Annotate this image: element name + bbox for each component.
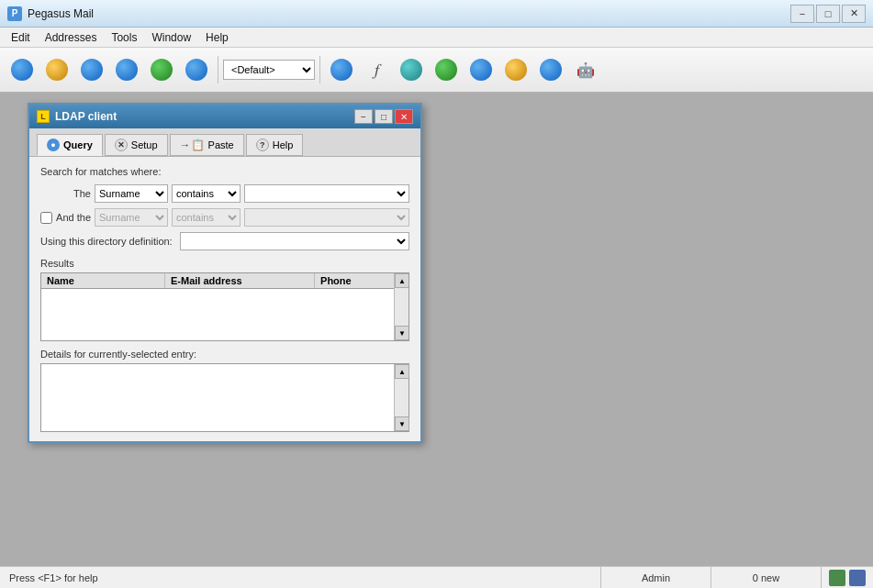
close-button[interactable]: ✕: [842, 5, 866, 23]
col-name: Name: [41, 273, 165, 289]
help-tab-icon: ?: [256, 139, 269, 151]
toolbar-btn-5[interactable]: [145, 53, 178, 86]
app-title: Pegasus Mail: [28, 7, 790, 20]
condition-select-2[interactable]: contains starts with: [172, 208, 241, 227]
query-tab-icon: ●: [47, 139, 60, 151]
dialog-title: LDAP client: [55, 110, 354, 123]
toolbar-btn-7[interactable]: [325, 53, 358, 86]
toolbar-btn-2[interactable]: [40, 53, 73, 86]
details-label: Details for currently-selected entry:: [40, 349, 409, 360]
menu-edit[interactable]: Edit: [4, 29, 38, 46]
dialog-tabs: ● Query ✕ Setup →📋 Paste ? Help: [29, 128, 420, 157]
send-icon: [330, 59, 353, 81]
minimize-button[interactable]: −: [790, 5, 814, 23]
scroll-up-btn[interactable]: ▲: [395, 273, 409, 288]
status-user: Admin: [601, 567, 711, 588]
filter-icon: [151, 59, 173, 81]
scroll-track: [395, 288, 409, 326]
toolbar: <Default> 𝑓 🤖: [0, 48, 873, 94]
tab-help[interactable]: ? Help: [246, 134, 304, 156]
toolbar-separator: [218, 56, 218, 83]
open-icon: [46, 59, 68, 81]
results-scrollbar: ▲ ▼: [394, 273, 409, 340]
results-label: Results: [40, 258, 409, 269]
dialog-body: Search for matches where: The Surname Gi…: [29, 157, 420, 441]
ldap-dialog-icon: L: [37, 110, 50, 123]
status-icon-2: [849, 570, 866, 586]
dialog-controls: − □ ✕: [354, 109, 413, 124]
menu-help[interactable]: Help: [198, 29, 236, 46]
menu-addresses[interactable]: Addresses: [38, 29, 105, 46]
status-help: Press <F1> for help: [0, 567, 601, 588]
details-scroll-up-btn[interactable]: ▲: [395, 364, 409, 379]
toolbar-btn-12[interactable]: [499, 53, 532, 86]
condition-select-1[interactable]: contains starts with ends with equals: [172, 184, 241, 203]
dialog-minimize-btn[interactable]: −: [354, 109, 373, 124]
agent-icon: 🤖: [576, 61, 595, 79]
tab-query[interactable]: ● Query: [37, 134, 103, 156]
toolbar-btn-11[interactable]: [464, 53, 498, 86]
value-select-2[interactable]: [244, 208, 409, 227]
tab-setup[interactable]: ✕ Setup: [105, 134, 168, 156]
menu-window[interactable]: Window: [144, 29, 198, 46]
internet-icon: [400, 59, 422, 81]
toolbar-btn-3[interactable]: [75, 53, 108, 86]
toolbar-btn-8[interactable]: 𝑓: [360, 53, 393, 86]
download-icon: [435, 59, 457, 81]
maximize-button[interactable]: □: [816, 5, 840, 23]
toolbar-separator-2: [319, 56, 320, 83]
dialog-close-btn[interactable]: ✕: [395, 109, 413, 124]
menu-tools[interactable]: Tools: [104, 29, 144, 46]
help-tab-label: Help: [273, 139, 294, 150]
field-select-1[interactable]: Surname Given name E-mail Phone: [95, 184, 168, 203]
directory-row: Using this directory definition:: [40, 232, 409, 250]
status-icons-area: [822, 570, 873, 586]
paste-tab-icon: →📋: [180, 139, 205, 151]
paste-tab-label: Paste: [208, 139, 234, 150]
toolbar-btn-9[interactable]: [395, 53, 428, 86]
col-email: E-Mail address: [165, 273, 315, 289]
main-area: L LDAP client − □ ✕ ● Query ✕ Setup →📋 P…: [0, 94, 873, 566]
and-the-checkbox[interactable]: [40, 212, 52, 224]
scroll-down-btn[interactable]: ▼: [395, 326, 409, 340]
search-matches-label: Search for matches where:: [40, 166, 409, 177]
details-section: Details for currently-selected entry: ▲ …: [40, 349, 409, 432]
toolbar-btn-1[interactable]: [6, 53, 39, 86]
toolbar-btn-14[interactable]: 🤖: [569, 53, 602, 86]
window-controls: − □ ✕: [790, 5, 866, 23]
details-scroll-down-btn[interactable]: ▼: [395, 416, 409, 431]
query-tab-label: Query: [63, 139, 93, 150]
phone-icon: [540, 59, 562, 81]
results-table: Name E-Mail address Phone: [41, 273, 409, 289]
menu-bar: Edit Addresses Tools Window Help: [0, 28, 873, 48]
directory-select[interactable]: [180, 232, 409, 250]
results-table-container: Name E-Mail address Phone ▲ ▼: [40, 272, 409, 341]
status-newmail: 0 new: [711, 567, 822, 588]
folder-dropdown[interactable]: <Default>: [223, 60, 315, 80]
search-row-1: The Surname Given name E-mail Phone cont…: [40, 184, 409, 203]
results-section: Results Name E-Mail address Phone: [40, 258, 409, 341]
toolbar-btn-10[interactable]: [430, 53, 463, 86]
directory-label: Using this directory definition:: [40, 236, 173, 247]
details-textarea-container: ▲ ▼: [40, 363, 409, 432]
details-textarea[interactable]: [41, 364, 394, 431]
value-select-1[interactable]: [244, 184, 409, 203]
and-the-label: And the: [56, 212, 91, 223]
search-row-2: And the Surname Given name E-mail Phone …: [40, 208, 409, 227]
field-select-2[interactable]: Surname Given name E-mail Phone: [95, 208, 168, 227]
setup-tab-icon: ✕: [115, 139, 128, 151]
details-scrollbar: ▲ ▼: [394, 364, 409, 431]
title-bar: P Pegasus Mail − □ ✕: [0, 0, 873, 28]
toolbar-btn-4[interactable]: [110, 53, 143, 86]
dialog-title-bar: L LDAP client − □ ✕: [29, 105, 420, 128]
move-icon: [116, 59, 138, 81]
toolbar-btn-13[interactable]: [534, 53, 567, 86]
app-icon: P: [7, 6, 22, 21]
status-bar: Press <F1> for help Admin 0 new: [0, 566, 873, 588]
dialog-restore-btn[interactable]: □: [375, 109, 393, 124]
toolbar-btn-6[interactable]: [180, 53, 213, 86]
setup-tab-label: Setup: [131, 139, 158, 150]
tab-paste[interactable]: →📋 Paste: [170, 134, 244, 156]
the-label: The: [40, 188, 91, 199]
compose-icon: [11, 59, 33, 81]
